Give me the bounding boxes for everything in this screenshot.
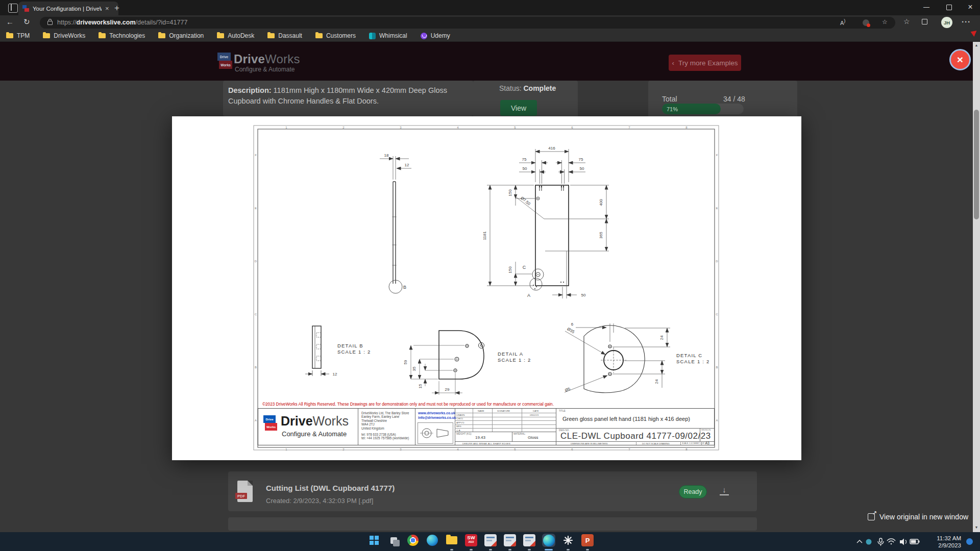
total-count: 34 / 48 [723,95,745,103]
taskbar-clock[interactable]: 11:32 AM 2/9/2023 [937,535,961,549]
svg-text:E: E [255,207,257,210]
edge-icon [543,535,555,546]
bookmark-whimsical[interactable]: Whimsical [369,32,407,39]
total-label: Total [662,95,677,103]
copyright-notice: ©2023 DriveWorks All Rights Reserved. Th… [262,402,554,407]
taskbar: SW2022 P [0,532,980,551]
scroll-down-icon[interactable]: ▼ [973,525,980,529]
address-bar[interactable]: https://driveworkslive.com/details/?id=4… [40,17,895,29]
svg-text:18: 18 [384,153,389,158]
page-scrollbar[interactable]: ▲ ▼ [973,42,980,532]
bookmark-technologies[interactable]: Technologies [99,32,145,39]
svg-text:8: 8 [685,126,688,129]
tray-icons[interactable] [855,536,932,547]
bookmark-autodesk[interactable]: AutoDesk [217,32,254,39]
svg-text:SCALE 1 : 2: SCALE 1 : 2 [337,349,371,355]
svg-text:3: 3 [400,448,402,451]
back-icon[interactable]: ← [6,17,14,26]
cad-icon [484,534,497,546]
svg-text:1: 1 [285,126,287,129]
favorites-icon[interactable]: ☆ [903,17,910,26]
extension-badge-icon[interactable] [863,19,869,26]
collections-glyph [922,19,927,24]
configuration-description: Description: 1181mm High x 1180mm Wide x… [228,85,468,107]
add-favorite-icon[interactable]: ☆ [882,18,888,26]
browser-menu-icon[interactable]: ··· [962,17,971,26]
powerpoint-app[interactable]: P [581,534,594,547]
url-text[interactable]: https://driveworkslive.com/details/?id=4… [57,19,187,26]
view-button[interactable]: View [500,100,537,116]
signoff-col: NAME [478,410,484,412]
profile-avatar[interactable]: JH [941,17,952,28]
task-view-button[interactable] [387,534,400,547]
window-minimize-button[interactable]: — [915,0,938,14]
window-restore-button[interactable] [938,0,960,14]
tab-title: Your Configuration | DriveWorks [33,6,102,12]
svg-text:12: 12 [333,372,337,377]
collections-icon[interactable] [922,17,927,26]
edge-active-app[interactable] [542,534,555,547]
cad-app-3[interactable] [523,534,536,547]
drawing-preview-modal: 12345678 12345678 FEDCBA FEDCBA [172,116,801,460]
solidworks-icon: SW2022 [465,534,477,546]
browser-tab[interactable]: Your Configuration | DriveWorks × [18,2,118,15]
folder-icon [315,33,323,38]
bookmark-tpm[interactable]: TPM [6,32,30,39]
detail-b-view [312,326,321,368]
refresh-icon[interactable]: ↻ [23,17,30,27]
file-explorer-app[interactable] [445,534,458,547]
window-close-button[interactable]: × [959,0,980,14]
bookmark-organization[interactable]: Organization [158,32,204,39]
cad-app-2[interactable] [503,534,517,547]
bookmark-driveworks[interactable]: DriveWorks [43,32,85,39]
svg-text:50: 50 [523,166,527,171]
scrollbar-thumb[interactable] [974,110,979,219]
svg-text:2: 2 [342,126,345,129]
svg-text:59: 59 [403,360,408,364]
screen: Your Configuration | DriveWorks × + — × … [0,0,980,551]
running-indicator [528,549,531,550]
signoff-row: Q.A [456,429,460,432]
start-button[interactable] [368,534,381,547]
svg-text:D: D [716,260,718,263]
svg-text:75: 75 [579,157,583,162]
edge-app[interactable] [426,534,439,547]
tab-close-icon[interactable]: × [105,5,109,12]
view-original-link[interactable]: ↗ View original in new window [868,513,968,521]
bookmark-udemy[interactable]: Udemy [421,32,450,39]
material-value: Gloss [528,435,538,440]
svg-text:7: 7 [628,126,630,129]
chrome-app[interactable] [406,534,420,547]
workspaces-icon[interactable] [8,4,18,13]
modal-close-button[interactable]: × [949,49,971,70]
bookmark-dassault[interactable]: Dassault [267,32,302,39]
main-view [535,185,569,286]
site-logo-text: DriveWorks [234,52,300,66]
company-phone: tel: 978 633 2738 (USA)tel: +44 1925 757… [361,433,409,440]
pinwheel-app[interactable] [561,534,575,547]
solidworks-app[interactable]: SW2022 [464,534,478,547]
svg-text:4: 4 [457,448,459,451]
dims-note: DIMENSIONS ARE IN MILLIMETERS [571,442,607,445]
chevron-left-icon: ‹ [672,59,674,67]
read-aloud-icon[interactable]: A) [840,18,845,26]
bookmark-customers[interactable]: Customers [315,32,356,39]
cutting-list-created: Created: 2/9/2023, 4:32:03 PM [.pdf] [266,497,373,505]
running-indicator [470,549,473,550]
svg-text:3: 3 [400,126,402,129]
chrome-icon [407,535,419,546]
try-more-examples-button[interactable]: ‹ Try more Examples [669,55,741,71]
new-tab-button[interactable]: + [114,3,119,13]
notification-icon[interactable] [966,538,973,545]
svg-text:35: 35 [412,366,416,371]
site-header: Drive Works DriveWorks Configure & Autom… [0,42,973,81]
lock-icon [47,21,53,25]
driveworks-logo-badge: Drive Works [217,53,231,70]
running-indicator [508,549,511,550]
svg-text:E: E [716,207,718,210]
scroll-up-icon[interactable]: ▲ [973,43,980,47]
download-icon[interactable]: ↓ [720,486,729,495]
cutting-list-title: Cutting List (DWL Cupboard 41777) [266,484,395,492]
cad-app-1[interactable] [484,534,497,547]
material-label: MATERIAL: [513,433,526,435]
